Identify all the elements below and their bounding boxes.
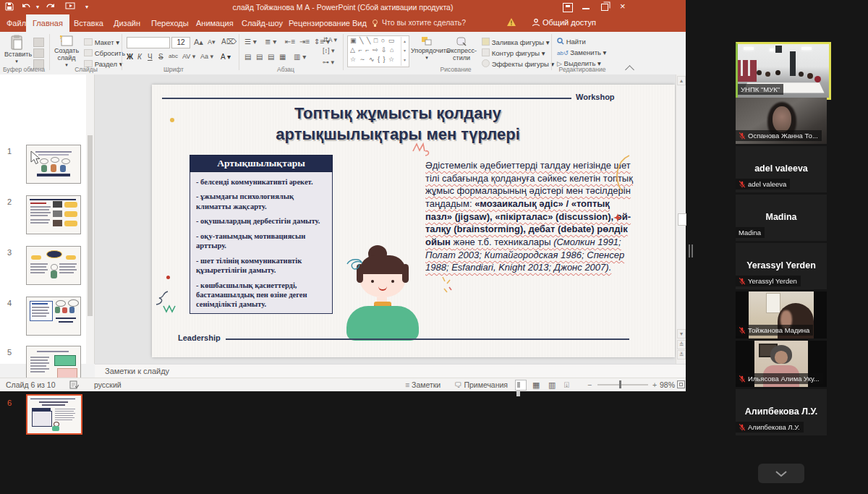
new-slide-button[interactable]: Создать слайд▾ xyxy=(54,35,80,67)
more-participants-button[interactable] xyxy=(758,464,804,483)
next-slide-button[interactable]: ≚ xyxy=(677,350,686,359)
tab-design[interactable]: Дизайн xyxy=(107,14,147,32)
panel-resize-handle[interactable] xyxy=(689,244,690,257)
participant-tile-name-only[interactable]: adel valeeva adel valeeva xyxy=(736,146,827,192)
font-color-icon[interactable]: A ▾ xyxy=(221,53,231,61)
align-right-icon[interactable]: ▤ xyxy=(268,53,274,61)
collapse-ribbon-icon[interactable] xyxy=(625,65,634,74)
clear-format-icon[interactable]: A⌦ xyxy=(221,38,237,46)
spellcheck-icon[interactable] xyxy=(69,380,79,389)
text-shadow-icon[interactable]: abc xyxy=(169,53,178,59)
prev-slide-button[interactable]: ≙ xyxy=(677,340,686,349)
zoom-slider-thumb[interactable] xyxy=(619,380,621,388)
slide-canvas[interactable]: Workshop Топтық жұмысты қолдануартықшылы… xyxy=(152,85,675,357)
change-case-icon[interactable]: Aa ▾ xyxy=(200,53,213,60)
participant-tile-video[interactable]: Ильясова Алима Уку... xyxy=(736,341,827,387)
numbering-icon[interactable]: ≣ ▾ xyxy=(265,38,276,46)
shapes-gallery[interactable]: ▣ ╲ ╲ □ ○ ▭ △ ⌐ ⌐ ⇨ ⇩ ⌂ ☆ ～ ∿ { } ☆ ▴▾▾ xyxy=(347,35,409,67)
smartart-convert-icon[interactable]: ⊶ ▾ xyxy=(323,59,334,66)
shapes-scroll[interactable]: ▴▾▾ xyxy=(401,37,408,66)
strikethrough-icon[interactable]: S xyxy=(158,53,163,61)
participant-tile-video[interactable]: Оспанова Жанна То... xyxy=(736,98,827,144)
editor-scrollbar[interactable]: ▴ ▾ ≙ ≚ xyxy=(676,74,686,364)
slide-thumbnail-6-selected[interactable] xyxy=(26,394,82,435)
text-direction-icon[interactable]: ⇵A ▾ xyxy=(323,36,337,43)
thumb-scrollbar[interactable] xyxy=(86,74,94,364)
restore-button[interactable] xyxy=(601,4,608,11)
participant-label: adel valeeva xyxy=(736,179,790,189)
notes-toggle[interactable]: ≡ Заметки xyxy=(405,380,441,389)
shape-fill-button[interactable]: Заливка фигуры ▾ xyxy=(482,38,550,46)
font-name-input[interactable] xyxy=(127,37,170,48)
share-button[interactable]: Общий доступ xyxy=(542,18,596,27)
tab-transitions[interactable]: Переходы xyxy=(145,14,195,32)
tellme-hint[interactable]: Что вы хотите сделать? xyxy=(382,18,466,27)
grow-font-icon[interactable]: A▴ xyxy=(194,38,203,47)
panel-resize-handle[interactable] xyxy=(692,244,693,257)
copy-icon[interactable] xyxy=(33,48,44,58)
shape-effects-button[interactable]: Эффекты фигуры ▾ xyxy=(482,59,554,68)
decor-red-star xyxy=(613,213,622,222)
align-text-icon[interactable]: [↕] ▾ xyxy=(323,47,335,54)
editor-scroll-thumb[interactable] xyxy=(678,213,686,226)
justify-icon[interactable]: ▦ xyxy=(279,53,286,61)
zoom-out-button[interactable]: − xyxy=(587,380,592,389)
increase-indent-icon[interactable]: ⇥≡ xyxy=(299,38,310,46)
bullets-icon[interactable]: ☰ ▾ xyxy=(244,38,257,46)
tab-slideshow[interactable]: Слайд-шоу xyxy=(235,14,289,32)
align-center-icon[interactable]: ▤ xyxy=(256,53,263,61)
participant-label: Алипбекова Л.У. xyxy=(736,422,804,433)
font-size-input[interactable]: 12 xyxy=(171,37,190,48)
close-button[interactable]: × xyxy=(620,1,626,12)
tellme-bulb-icon xyxy=(371,19,379,27)
participant-tile-name-only[interactable]: Yerassyl Yerden Yerassyl Yerden xyxy=(736,243,827,289)
view-sorter-button[interactable]: ▦ xyxy=(532,380,540,390)
char-spacing-icon[interactable]: AV ▾ xyxy=(182,53,195,60)
tab-home[interactable]: Главная xyxy=(26,14,69,32)
align-left-icon[interactable]: ▤ xyxy=(244,53,251,61)
bold-icon[interactable]: Ж xyxy=(127,53,133,61)
reset-button[interactable]: Сбросить xyxy=(84,49,125,57)
participant-tile-video[interactable]: Тойжанова Мадина xyxy=(736,291,827,338)
advantages-box[interactable]: Артықшылықтары - белсенді коммуникативті… xyxy=(190,155,333,314)
decrease-indent-icon[interactable]: ⇤≡ xyxy=(285,38,295,46)
ribbon-options-icon[interactable] xyxy=(563,3,573,12)
shrink-font-icon[interactable]: A▾ xyxy=(208,38,216,46)
participant-tile-room[interactable]: УНПК "МУК" xyxy=(736,42,831,100)
arrange-button[interactable]: Упорядочить▾ xyxy=(411,36,443,61)
columns-icon[interactable]: ▥ ▾ xyxy=(294,53,306,61)
tab-view[interactable]: Вид xyxy=(346,14,373,32)
view-slideshow-button[interactable]: ⍗ xyxy=(564,380,569,390)
participant-tile-name-only[interactable]: Madina Madina xyxy=(736,195,827,241)
warning-icon[interactable] xyxy=(506,17,516,27)
underline-icon[interactable]: Ч xyxy=(148,53,153,61)
replace-button[interactable]: ab↺ Заменить ▾ xyxy=(557,48,606,56)
zoom-in-button[interactable]: + xyxy=(652,380,657,389)
tab-animation[interactable]: Анимация xyxy=(190,14,240,32)
layout-button[interactable]: Макет ▾ xyxy=(84,38,119,46)
cut-icon[interactable] xyxy=(33,38,44,47)
minimize-button[interactable] xyxy=(582,8,590,9)
fit-slide-button[interactable] xyxy=(677,380,685,388)
comments-toggle[interactable]: 🗨 Примечания xyxy=(454,380,508,389)
zoom-slider-track[interactable] xyxy=(597,384,648,386)
group-clipboard-label: Буфер обмена xyxy=(1,66,46,73)
group-drawing-label: Рисование xyxy=(427,66,485,73)
participant-tile-name-only[interactable]: Алипбекова Л.У. Алипбекова Л.У. xyxy=(736,389,827,435)
zoom-level[interactable]: 98% xyxy=(660,380,675,389)
quick-styles-button[interactable]: Экспресс-стили xyxy=(446,36,477,62)
language-indicator[interactable]: русский xyxy=(94,380,122,389)
slide-thumbnail-2[interactable] xyxy=(26,195,81,234)
italic-icon[interactable]: К xyxy=(137,53,142,61)
slide-thumbnail-3[interactable] xyxy=(26,246,81,285)
slide-thumbnail-4[interactable] xyxy=(26,297,81,336)
view-normal-button[interactable] xyxy=(515,380,527,391)
notes-pane[interactable]: Заметки к слайду xyxy=(95,364,686,378)
paste-button[interactable]: Вставить▾ xyxy=(4,35,29,64)
tab-insert[interactable]: Вставка xyxy=(67,14,110,32)
find-button[interactable]: Найти xyxy=(557,38,586,46)
slide-top-rule xyxy=(162,98,571,99)
view-reading-button[interactable]: ▥ xyxy=(548,380,556,390)
shape-outline-button[interactable]: Контур фигуры ▾ xyxy=(482,48,545,57)
mic-muted-icon xyxy=(739,278,746,285)
